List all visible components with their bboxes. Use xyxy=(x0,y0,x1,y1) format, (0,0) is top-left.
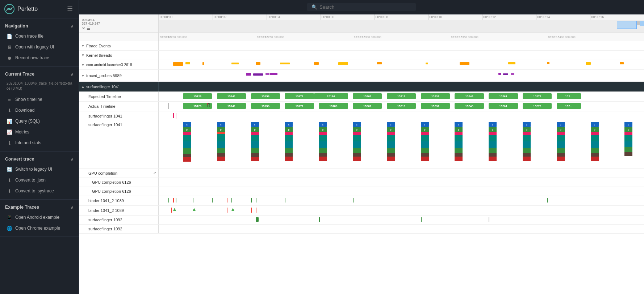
navigation-section-header[interactable]: Navigation ∧ xyxy=(0,21,79,31)
actual-frame-15246[interactable]: 15246 xyxy=(455,103,484,109)
launcher-bar-1 xyxy=(173,62,183,66)
actual-frame-15216[interactable]: 15216 xyxy=(387,103,416,109)
track-content-ftrace[interactable] xyxy=(159,41,644,50)
overview-time-label: 00:03:14 327 419 247 ✕ ☰ xyxy=(79,14,159,32)
sidebar-item-convert-json[interactable]: ⬇ Convert to .json xyxy=(0,175,79,186)
hamburger-button[interactable]: ☰ xyxy=(66,4,74,14)
convert-trace-section-header[interactable]: Convert trace ∧ xyxy=(0,154,79,164)
track-row-sf-thread-thin: surfaceflinger 1041 xyxy=(79,111,644,121)
expected-frame-15246[interactable]: 15246 xyxy=(455,93,484,99)
track-content-sf1092-1[interactable] xyxy=(159,216,644,224)
actual-frame-15171[interactable]: 15171 xyxy=(285,103,314,109)
actual-frame-15156[interactable]: 15156 xyxy=(251,103,280,109)
track-label-sf-stacked[interactable]: surfaceflinger 1041 xyxy=(79,121,159,168)
overview-ruler: 00:00:00 00:00:02 00:00:04 00:00:06 00:0… xyxy=(159,14,644,32)
sidebar-item-record-trace[interactable]: ⏺ Record new trace xyxy=(0,52,79,63)
track-content-actual-timeline[interactable]: 15126 R 15141 15156 15171 15186 15201 15… xyxy=(159,102,644,111)
binder2-tick-3 xyxy=(251,208,252,213)
sf1092-bar-4 xyxy=(489,217,489,222)
launcher-bar-3 xyxy=(202,62,204,65)
track-content-sf-stacked[interactable]: c p c p xyxy=(159,121,644,168)
track-label-binder-2[interactable]: binder:1041_2 1089 xyxy=(79,206,159,215)
sidebar-item-query-sql[interactable]: 📊 Query (SQL) xyxy=(0,116,79,127)
track-label-actual-timeline[interactable]: Actual Timeline xyxy=(79,102,159,111)
track-content-binder-2[interactable] xyxy=(159,206,644,215)
open-trace-icon: 📄 xyxy=(7,33,12,39)
sidebar-item-show-timeline[interactable]: ≡ Show timeline xyxy=(0,94,79,105)
expected-frame-15141[interactable]: 15141 xyxy=(217,93,246,99)
sidebar-item-download[interactable]: ⬇ Download xyxy=(0,105,79,116)
tracks-scroll[interactable]: ▼ Ftrace Events ▼ Kernel threads ▼ com.a… xyxy=(79,41,644,294)
track-label-sf1092-2[interactable]: surfaceflinger 1092 xyxy=(79,225,159,233)
binder2-arrow-1 xyxy=(173,208,176,211)
track-row-binder-2: binder:1041_2 1089 xyxy=(79,206,644,216)
track-content-sf-header[interactable] xyxy=(159,82,644,91)
overview-content[interactable] xyxy=(159,20,644,32)
perfetto-logo xyxy=(4,4,14,14)
overview-selection[interactable] xyxy=(617,21,637,29)
track-content-expected-timeline[interactable]: 15126 15141 15156 15171 15186 15201 1521… xyxy=(159,92,644,101)
expected-frame-15126[interactable]: 15126 xyxy=(183,93,212,99)
track-label-ftrace[interactable]: ▼ Ftrace Events xyxy=(79,41,159,50)
timeline-area: 00:03:14 327 419 247 ✕ ☰ 00:00:00 00:00:… xyxy=(79,14,644,294)
sf-stack-col-11: c p xyxy=(523,122,531,161)
track-label-binder-1[interactable]: binder:1041_2 1089 xyxy=(79,196,159,205)
search-input[interactable] xyxy=(319,4,411,10)
expected-frame-15171[interactable]: 15171 xyxy=(285,93,314,99)
list-icon[interactable]: ☰ xyxy=(87,26,90,31)
expected-frame-152[interactable]: 152... xyxy=(557,93,581,99)
sidebar-item-open-android[interactable]: 📱 Open Android example xyxy=(0,212,79,223)
track-content-sf-thread-thin[interactable] xyxy=(159,111,644,121)
expected-frame-15186[interactable]: 15186 xyxy=(314,93,348,99)
expected-frame-15276[interactable]: 15276 xyxy=(523,93,552,99)
actual-frame-15276[interactable]: 15276 xyxy=(523,103,552,109)
actual-frame-15201[interactable]: 15201 xyxy=(353,103,382,109)
track-label-gpu-completion[interactable]: GPU completion ↗ xyxy=(79,169,159,178)
track-content-kernel-threads[interactable] xyxy=(159,51,644,60)
track-label-sf-thread-thin[interactable]: surfaceflinger 1041 xyxy=(79,111,159,121)
track-label-sf-header[interactable]: ▲ surfaceflinger 1041 xyxy=(79,82,159,91)
actual-frame-152[interactable]: 152... xyxy=(557,103,581,109)
expected-frame-15201[interactable]: 15201 xyxy=(353,93,382,99)
track-label-gpu-6126-1[interactable]: GPU completion 6126 xyxy=(79,178,159,187)
sidebar-item-info-stats[interactable]: ℹ Info and stats xyxy=(0,137,79,148)
sidebar-item-convert-systrace[interactable]: ⬇ Convert to .systrace xyxy=(0,186,79,196)
track-content-gpu-6126-1[interactable] xyxy=(159,178,644,187)
expected-frame-15231[interactable]: 15231 xyxy=(421,93,450,99)
detail-tick-0: 00:00:16200 000 000 xyxy=(159,33,256,41)
sidebar-item-open-chrome[interactable]: 🌐 Open Chrome example xyxy=(0,223,79,234)
track-content-sf1092-2[interactable] xyxy=(159,225,644,233)
current-trace-section-header[interactable]: Current Trace ∧ xyxy=(0,69,79,79)
actual-frame-15141[interactable]: 15141 xyxy=(217,103,246,109)
track-label-kernel-threads[interactable]: ▼ Kernel threads xyxy=(79,51,159,60)
track-content-binder-1[interactable] xyxy=(159,196,644,205)
track-label-traced-probes[interactable]: ▼ traced_probes 5989 xyxy=(79,70,159,81)
track-label-sf1092-1[interactable]: surfaceflinger 1092 xyxy=(79,216,159,224)
example-traces-chevron: ∧ xyxy=(71,205,74,210)
expected-frame-15261[interactable]: 15261 xyxy=(489,93,518,99)
sidebar-item-switch-legacy[interactable]: 🔄 Switch to legacy UI xyxy=(0,164,79,175)
expected-frame-15216[interactable]: 15216 xyxy=(387,93,416,99)
track-content-launcher[interactable] xyxy=(159,60,644,69)
launcher-bar-14 xyxy=(586,62,590,65)
track-label-expected-timeline[interactable]: Expected Timeline xyxy=(79,92,159,101)
actual-frame-15231[interactable]: 15231 xyxy=(421,103,450,109)
pin-icon[interactable]: ✕ xyxy=(82,26,85,31)
detail-tick-2: 00:00:16300 000 000 xyxy=(353,33,450,41)
track-row-sf1092-1: surfaceflinger 1092 xyxy=(79,216,644,225)
track-label-launcher[interactable]: ▼ com.android.launcher3 2618 xyxy=(79,60,159,69)
actual-frame-15261[interactable]: 15261 xyxy=(489,103,518,109)
sidebar-item-open-trace[interactable]: 📄 Open trace file xyxy=(0,31,79,42)
track-content-gpu-6126-2[interactable] xyxy=(159,187,644,196)
track-content-gpu-completion[interactable] xyxy=(159,169,644,178)
search-box[interactable]: 🔍 xyxy=(307,3,416,11)
actual-sep-1 xyxy=(168,103,169,109)
track-label-gpu-6126-2[interactable]: GPU completion 6126 xyxy=(79,187,159,196)
expected-frame-15156[interactable]: 15156 xyxy=(251,93,280,99)
example-traces-section-header[interactable]: Example Traces ∧ xyxy=(0,203,79,212)
sidebar-section-convert-trace: Convert trace ∧ 🔄 Switch to legacy UI ⬇ … xyxy=(0,152,79,200)
sidebar-item-metrics[interactable]: 📈 Metrics xyxy=(0,127,79,137)
actual-frame-15186[interactable]: 15186 xyxy=(319,103,348,109)
track-content-traced-probes[interactable] xyxy=(159,70,644,81)
sidebar-item-open-legacy[interactable]: 🖥 Open with legacy UI xyxy=(0,42,79,52)
